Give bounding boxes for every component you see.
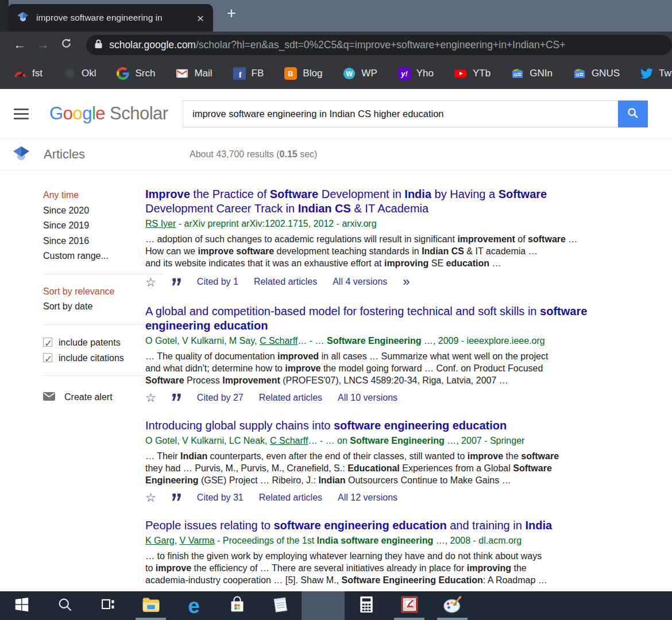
bookmark-mail[interactable]: Mail (176, 67, 212, 80)
url-host: scholar.google.com (109, 39, 196, 51)
reload-icon[interactable] (55, 37, 78, 53)
divider (43, 274, 163, 274)
scholar-header: GoogleScholar (0, 89, 672, 139)
bookmark-label: WP (361, 68, 377, 79)
bookmark-label: GNUS (592, 68, 620, 79)
forward-icon[interactable]: → (32, 37, 55, 52)
include-citations-checkbox[interactable]: include citations (43, 350, 145, 366)
results-stats: About 43,700 results (0.15 sec) (190, 149, 317, 160)
cited-by-link[interactable]: Cited by 31 (197, 493, 244, 503)
bookmark-gnin[interactable]: G GNIn (511, 67, 553, 80)
related-articles-link[interactable]: Related articles (259, 393, 322, 403)
filter-custom-range[interactable]: Custom range... (43, 249, 145, 264)
bookmark-blog[interactable]: B Blog (284, 67, 322, 80)
taskbar-chrome-button[interactable] (302, 591, 345, 620)
taskbar-picture-manager-button[interactable] (388, 591, 431, 620)
checkbox-icon[interactable] (43, 353, 52, 362)
sort-by-date[interactable]: Sort by date (43, 299, 145, 315)
related-articles-link[interactable]: Related articles (259, 493, 322, 503)
result-byline: K Garg, V Varma - Proceedings of the 1st… (145, 533, 663, 548)
wordpress-icon: W (343, 67, 356, 80)
bookmark-fst[interactable]: fst (14, 67, 43, 80)
svg-text:B: B (288, 69, 293, 78)
result-title-link[interactable]: A global and competition-based model for… (145, 304, 612, 333)
taskbar-start-button[interactable] (0, 591, 43, 620)
windows-taskbar: e (0, 591, 672, 620)
store-icon (229, 595, 246, 616)
filter-since-2020[interactable]: Since 2020 (43, 203, 145, 219)
result-byline: O Gotel, V Kulkarni, LC Neak, C Scharff…… (145, 433, 663, 448)
result-snippet: … The quality of documentation improved … (145, 350, 663, 386)
bookmark-ytb[interactable]: YTb (454, 67, 491, 80)
divider (43, 375, 163, 376)
bookmark-twt[interactable]: Twt (640, 67, 672, 80)
address-bar[interactable]: scholar.google.com/scholar?hl=en&as_sdt=… (86, 35, 672, 55)
search-input[interactable] (183, 100, 618, 127)
bookmark-okl[interactable]: Okl (63, 67, 96, 80)
taskbar-notepad-button[interactable] (258, 591, 302, 620)
result-byline: O Gotel, V Kulkarni, M Say, C Scharff… -… (145, 334, 663, 348)
cite-icon[interactable] (172, 278, 181, 286)
cited-by-link[interactable]: Cited by 27 (197, 393, 244, 403)
new-tab-button[interactable]: + (227, 5, 236, 22)
cited-by-link[interactable]: Cited by 1 (197, 277, 238, 287)
result-title-link[interactable]: People issues relating to software engin… (145, 518, 612, 533)
all-versions-link[interactable]: All 4 versions (333, 277, 387, 287)
taskbar-paint-button[interactable] (431, 591, 474, 620)
divider (43, 324, 163, 325)
url-path: /scholar?hl=en&as_sdt=0%2C5&q=improve+so… (196, 39, 566, 51)
save-star-icon[interactable]: ☆ (145, 392, 156, 404)
bookmark-yho[interactable]: y! Yho (398, 67, 434, 80)
save-star-icon[interactable]: ☆ (145, 491, 156, 503)
google-news-icon: G (573, 67, 586, 80)
svg-text:G: G (513, 72, 517, 78)
taskbar-search-button[interactable] (43, 591, 86, 620)
bookmark-wp[interactable]: W WP (343, 67, 377, 80)
scholar-cap-icon (11, 144, 31, 165)
articles-label[interactable]: Articles (44, 147, 85, 162)
taskbar-calculator-button[interactable] (345, 591, 388, 620)
include-patents-checkbox[interactable]: include patents (43, 335, 145, 350)
back-icon[interactable]: ← (8, 37, 32, 52)
more-versions-icon[interactable]: » (403, 274, 408, 289)
tab-close-icon[interactable]: × (197, 12, 204, 24)
svg-text:G: G (576, 72, 579, 78)
all-versions-link[interactable]: All 12 versions (338, 493, 397, 503)
search-button[interactable] (618, 100, 648, 127)
notepad-icon (271, 595, 289, 616)
bookmark-label: FB (252, 68, 264, 79)
menu-icon[interactable] (14, 108, 29, 119)
bookmark-srch[interactable]: Srch (117, 67, 155, 80)
search-icon (57, 596, 73, 615)
twitter-icon (640, 67, 653, 80)
result-footer: ☆ Cited by 27 Related articles All 10 ve… (145, 392, 663, 404)
taskbar-task-view-button[interactable] (86, 591, 129, 620)
lock-icon[interactable] (94, 39, 103, 51)
taskbar-edge-button[interactable]: e (172, 591, 215, 620)
picture-manager-icon (400, 595, 419, 616)
result-title-link[interactable]: Introducing global supply chains into so… (145, 418, 612, 433)
cite-icon[interactable] (172, 493, 181, 502)
result-title-link[interactable]: Improve the Practice of Software Develop… (145, 187, 612, 216)
all-versions-link[interactable]: All 10 versions (338, 393, 397, 403)
search-result: Improve the Practice of Software Develop… (145, 187, 663, 289)
checkbox-icon[interactable] (43, 338, 52, 347)
taskbar-store-button[interactable] (215, 591, 258, 620)
bookmark-label: Okl (82, 68, 96, 79)
filter-any-time[interactable]: Any time (43, 188, 145, 203)
browser-tab[interactable]: improve software engineering in × (7, 4, 213, 32)
sort-by-relevance[interactable]: Sort by relevance (43, 284, 145, 300)
search-results: Improve the Practice of Software Develop… (145, 170, 672, 591)
filter-since-2016[interactable]: Since 2016 (43, 234, 145, 249)
cite-icon[interactable] (172, 393, 181, 402)
related-articles-link[interactable]: Related articles (254, 277, 317, 287)
save-star-icon[interactable]: ☆ (145, 276, 156, 288)
start-icon (13, 596, 30, 615)
create-alert-button[interactable]: Create alert (43, 392, 145, 403)
taskbar-file-explorer-button[interactable] (129, 591, 172, 620)
scholar-logo[interactable]: GoogleScholar (49, 103, 168, 124)
bookmark-label: Twt (659, 68, 672, 79)
bookmark-fb[interactable]: f FB (233, 67, 264, 80)
filter-since-2019[interactable]: Since 2019 (43, 218, 145, 234)
bookmark-gnus[interactable]: G GNUS (573, 67, 620, 80)
